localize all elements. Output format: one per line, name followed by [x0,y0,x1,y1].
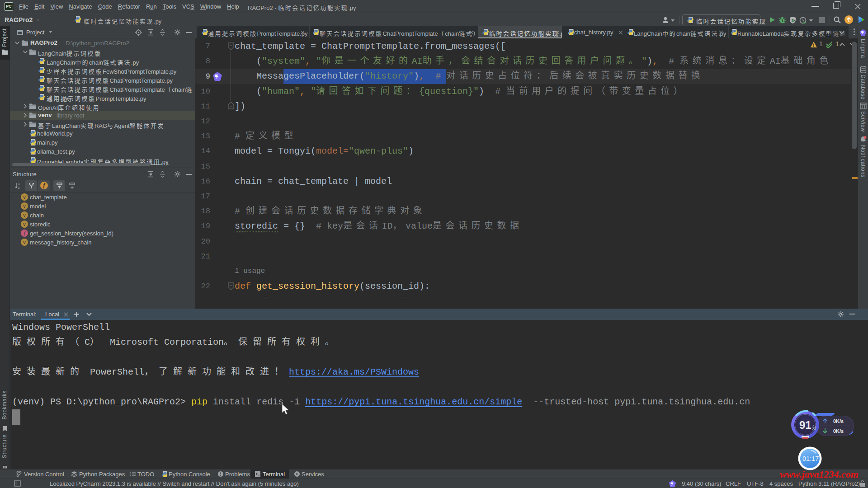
svg-text:a: a [18,183,20,186]
svg-text:z: z [18,186,20,189]
